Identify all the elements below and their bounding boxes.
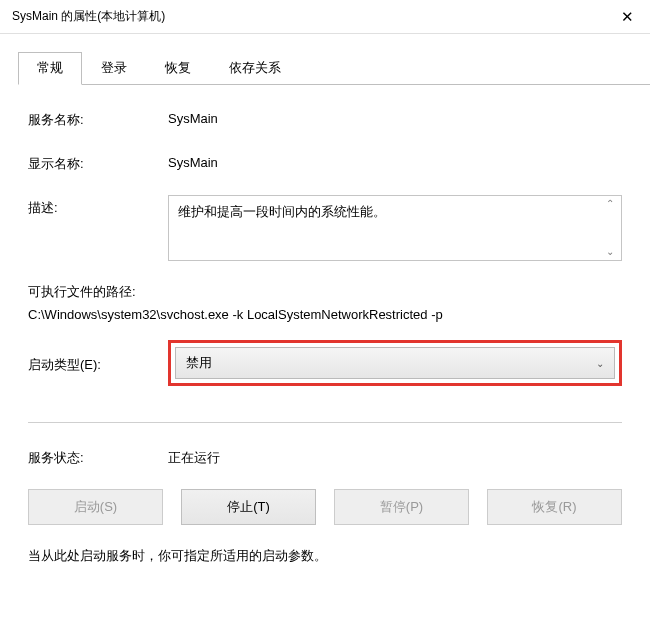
row-exe-path: 可执行文件的路径: C:\Windows\system32\svchost.ex… xyxy=(28,283,622,322)
description-scrollbar[interactable]: ⌃ ⌄ xyxy=(602,199,618,257)
titlebar: SysMain 的属性(本地计算机) ✕ xyxy=(0,0,650,34)
scroll-down-icon[interactable]: ⌄ xyxy=(602,247,618,257)
row-display-name: 显示名称: SysMain xyxy=(28,151,622,173)
row-service-name: 服务名称: SysMain xyxy=(28,107,622,129)
tab-dependencies-label: 依存关系 xyxy=(229,60,281,75)
row-description: 描述: 维护和提高一段时间内的系统性能。 ⌃ ⌄ xyxy=(28,195,622,261)
label-exe-path: 可执行文件的路径: xyxy=(28,283,622,301)
description-text: 维护和提高一段时间内的系统性能。 xyxy=(178,204,386,219)
tab-logon[interactable]: 登录 xyxy=(82,52,146,85)
row-service-status: 服务状态: 正在运行 xyxy=(28,445,622,467)
tab-general-label: 常规 xyxy=(37,60,63,75)
tab-logon-label: 登录 xyxy=(101,60,127,75)
service-control-buttons: 启动(S) 停止(T) 暂停(P) 恢复(R) xyxy=(28,489,622,525)
value-service-name: SysMain xyxy=(168,107,622,126)
tab-dependencies[interactable]: 依存关系 xyxy=(210,52,300,85)
tab-general[interactable]: 常规 xyxy=(18,52,82,85)
scroll-up-icon[interactable]: ⌃ xyxy=(602,199,618,209)
close-icon: ✕ xyxy=(621,8,634,26)
value-exe-path: C:\Windows\system32\svchost.exe -k Local… xyxy=(28,307,622,322)
tab-underline xyxy=(18,84,650,85)
tab-content: 服务名称: SysMain 显示名称: SysMain 描述: 维护和提高一段时… xyxy=(0,85,650,565)
resume-button: 恢复(R) xyxy=(487,489,622,525)
tab-recovery-label: 恢复 xyxy=(165,60,191,75)
startup-type-highlight: 禁用 ⌄ xyxy=(168,340,622,386)
divider xyxy=(28,422,622,423)
start-button: 启动(S) xyxy=(28,489,163,525)
tab-recovery[interactable]: 恢复 xyxy=(146,52,210,85)
stop-button[interactable]: 停止(T) xyxy=(181,489,316,525)
startup-type-value: 禁用 xyxy=(186,354,212,372)
label-description: 描述: xyxy=(28,195,168,217)
startup-params-hint: 当从此处启动服务时，你可指定所适用的启动参数。 xyxy=(28,547,622,565)
startup-type-select[interactable]: 禁用 ⌄ xyxy=(175,347,615,379)
value-service-status: 正在运行 xyxy=(168,445,622,467)
window-title: SysMain 的属性(本地计算机) xyxy=(12,8,165,25)
label-startup-type: 启动类型(E): xyxy=(28,352,168,374)
label-display-name: 显示名称: xyxy=(28,151,168,173)
pause-button: 暂停(P) xyxy=(334,489,469,525)
row-startup-type: 启动类型(E): 禁用 ⌄ xyxy=(28,340,622,386)
label-service-status: 服务状态: xyxy=(28,445,168,467)
description-textbox[interactable]: 维护和提高一段时间内的系统性能。 ⌃ ⌄ xyxy=(168,195,622,261)
tab-strip: 常规 登录 恢复 依存关系 xyxy=(18,52,650,85)
value-display-name: SysMain xyxy=(168,151,622,170)
label-service-name: 服务名称: xyxy=(28,107,168,129)
close-button[interactable]: ✕ xyxy=(604,0,650,33)
chevron-down-icon: ⌄ xyxy=(596,358,604,369)
